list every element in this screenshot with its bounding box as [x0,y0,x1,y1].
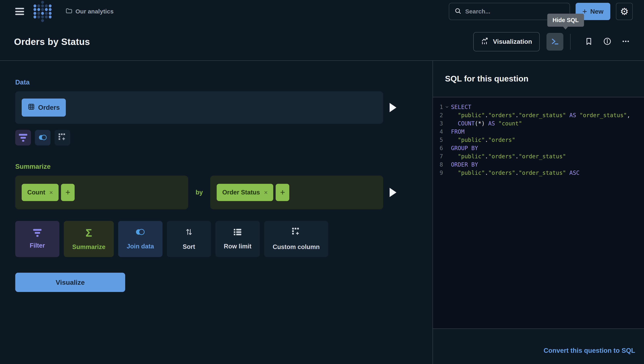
row-limit-icon [233,228,242,238]
join-data-action-label: Join data [126,243,154,250]
sort-icon [184,228,194,238]
info-icon [603,37,612,46]
bookmark-icon [584,37,593,46]
terminal-icon [550,37,559,46]
gear-icon: ⚙ [620,6,628,17]
aggregation-label: Count [27,189,45,196]
line-number: 7 [433,152,443,160]
line-number: 5 [433,136,443,144]
data-card: Orders [15,91,383,124]
fold-chevron-icon [443,120,451,128]
folder-icon [66,7,73,16]
new-button-label: New [590,8,604,15]
breadcrumb[interactable]: Our analytics [66,7,114,16]
summarize-action-label: Summarize [72,244,105,251]
add-aggregation-button[interactable]: + [61,184,75,201]
question-header: Orders by Status Visualization [0,23,644,61]
more-options-button[interactable] [619,35,633,49]
hide-sql-tooltip: Hide SQL [547,14,584,27]
sql-line-text: ORDER BY [451,160,478,169]
sql-line-text: "public"."orders" [451,136,515,144]
filter-icon [19,134,27,142]
fold-chevron-icon [443,169,451,177]
header-controls: Visualization [473,32,633,51]
add-breakout-button[interactable]: + [276,184,289,201]
sql-line: 7 "public"."orders"."order_status" [433,152,644,160]
fold-chevron-icon[interactable] [443,103,451,111]
row-limit-action-button[interactable]: Row limit [216,221,260,257]
action-buttons-row: Filter Σ Summarize Join data [15,221,396,257]
line-number: 2 [433,111,443,120]
line-number: 1 [433,103,443,111]
custom-column-action-label: Custom column [273,244,320,251]
summarize-section-label: Summarize [15,163,396,170]
sql-line-text: FROM [451,128,464,136]
info-button[interactable] [600,35,614,49]
hamburger-menu-icon[interactable] [15,8,24,15]
data-table-button[interactable]: Orders [22,98,66,116]
preview-summarize-button[interactable] [390,188,396,197]
filter-icon [33,229,42,237]
fold-chevron-icon [443,152,451,160]
convert-to-sql-link[interactable]: Convert this question to SQL [544,347,635,354]
search-icon [454,8,462,16]
sql-line: 5 "public"."orders" [433,136,644,144]
custom-column-icon [58,133,66,142]
remove-aggregation-icon[interactable]: × [49,189,53,196]
aggregation-pill[interactable]: Count × [22,184,58,201]
summarize-action-button[interactable]: Σ Summarize [64,221,114,257]
add-filter-step-button[interactable] [15,130,31,146]
join-venn-icon [134,228,146,238]
visualize-button[interactable]: Visualize [15,273,125,292]
main-area: Data Orders [0,61,644,364]
sort-action-label: Sort [183,243,195,250]
line-number: 9 [433,169,443,177]
table-icon [28,103,35,112]
sql-line: 3 COUNT(*) AS "count" [433,120,644,128]
sql-line: 2 "public"."orders"."order_status" AS "o… [433,111,644,120]
sql-line: 4FROM [433,128,644,136]
settings-button[interactable]: ⚙ [616,3,633,20]
fold-chevron-icon [443,160,451,169]
bookmark-button[interactable] [582,35,596,49]
sql-line-text: COUNT(*) AS "count" [451,120,522,128]
filter-action-button[interactable]: Filter [15,221,60,257]
sql-line-text: SELECT [451,103,471,111]
remove-breakout-icon[interactable]: × [264,189,268,196]
fold-chevron-icon [443,128,451,136]
metabase-logo[interactable] [33,1,52,22]
sql-line-text: "public"."orders"."order_status" [451,152,566,160]
page-title: Orders by Status [14,36,90,47]
aggregation-card: Count × + [15,176,188,209]
toggle-sql-button[interactable] [546,33,563,50]
by-label: by [188,189,210,196]
sql-line-text: "public"."orders"."order_status" ASC [451,169,580,177]
line-number: 4 [433,128,443,136]
sql-line: 6GROUP BY [433,144,644,152]
add-join-step-button[interactable] [35,130,50,146]
ellipsis-icon [622,37,630,46]
visualization-button[interactable]: Visualization [473,32,540,51]
metabase-app: Our analytics + New ⚙ Hide SQL Orders by… [0,0,644,364]
divider [570,34,570,50]
filter-action-label: Filter [30,242,45,249]
preview-data-button[interactable] [390,103,396,112]
visualization-button-label: Visualization [493,38,532,45]
line-number: 8 [433,160,443,169]
custom-column-action-button[interactable]: Custom column [264,221,328,257]
data-table-label: Orders [38,104,60,111]
join-data-action-button[interactable]: Join data [118,221,162,257]
sql-code-block[interactable]: 1SELECT2 "public"."orders"."order_status… [433,97,644,329]
fold-chevron-icon [443,111,451,120]
breakout-label: Order Status [222,189,260,196]
breakout-pill[interactable]: Order Status × [217,184,273,201]
row-limit-action-label: Row limit [224,243,252,250]
fold-chevron-icon [443,144,451,152]
add-custom-column-step-button[interactable] [54,130,70,146]
sql-line-text: GROUP BY [451,144,478,152]
sort-action-button[interactable]: Sort [167,221,211,257]
join-venn-icon [38,134,48,142]
step-shortcut-row [15,130,396,146]
sql-sidebar: SQL for this question 1SELECT2 "public".… [433,61,644,364]
fold-chevron-icon [443,136,451,144]
